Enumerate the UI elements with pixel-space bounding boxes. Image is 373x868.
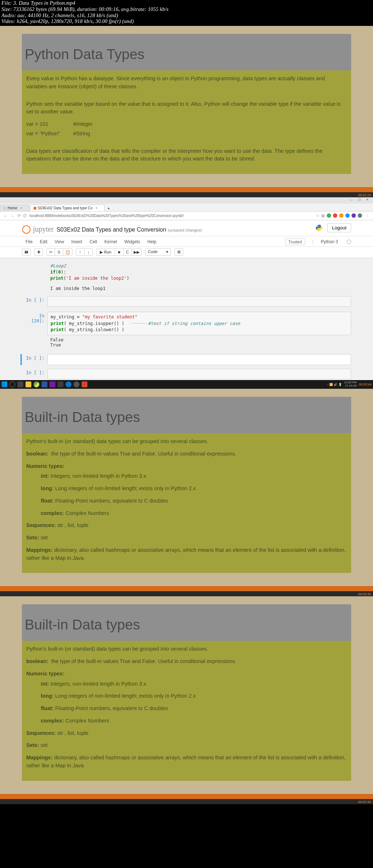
address-bar: ← → ⟳ ⓘ localhost:8888/notebooks/S03Ex02… xyxy=(0,212,373,220)
code-cell[interactable] xyxy=(47,369,351,379)
slide-header: Python Data Types xyxy=(22,34,351,70)
menu-insert[interactable]: Insert xyxy=(68,238,86,246)
bullet: boolean: the type of the built-in values… xyxy=(26,658,347,666)
extension-icon[interactable] xyxy=(345,213,350,218)
clock[interactable]: 12:05 PM 17-10-20 xyxy=(344,381,357,388)
info-icon[interactable]: ⓘ xyxy=(23,213,27,218)
trusted-badge[interactable]: Trusted xyxy=(285,239,305,245)
menu-help[interactable]: Help xyxy=(144,238,160,246)
sub-bullet: complex: Complex Numbers xyxy=(26,717,347,725)
copy-button[interactable]: ⎘ xyxy=(55,248,63,256)
cmd-icon[interactable] xyxy=(58,381,63,387)
jupyter-header: ◯ jupyter S03Ex02 Data Types and type Co… xyxy=(0,220,373,236)
command-palette-button[interactable]: ⌘ xyxy=(174,248,183,256)
menu-edit[interactable]: Edit xyxy=(36,238,51,246)
menu-widgets[interactable]: Widgets xyxy=(121,238,144,246)
chrome-icon[interactable] xyxy=(34,381,39,387)
bullet: boolean: the type of the built-in values… xyxy=(26,450,347,458)
slide-body: Python's built-in (or standard) data typ… xyxy=(22,641,351,780)
extension-icon[interactable] xyxy=(327,213,331,218)
teams-icon[interactable] xyxy=(66,381,71,387)
file-size-line: Size: 73336162 bytes (69.94 MiB), durati… xyxy=(1,7,372,13)
sub-bullet: complex: Complex Numbers xyxy=(26,509,347,518)
target-icon[interactable]: ◎ xyxy=(321,213,325,218)
jupyter-logo[interactable]: ◯ jupyter xyxy=(22,224,54,234)
save-button[interactable]: 🖬 xyxy=(22,248,31,256)
nav-forward-icon[interactable]: → xyxy=(11,214,15,218)
slide-builtin-types-1: Built-in Data types Python's built-in (o… xyxy=(0,389,373,586)
code-cell-selected[interactable] xyxy=(47,354,351,365)
timestamp: 00:01:19 xyxy=(358,193,371,197)
browser-tab-notebook[interactable]: S03Ex02 Data Types and type Co × xyxy=(30,205,105,211)
powerpoint-icon[interactable] xyxy=(82,381,87,387)
code-cell[interactable]: my_string = "my favorite student" print(… xyxy=(47,312,351,335)
slide-body: Every value in Python has a datatype. Si… xyxy=(22,70,351,174)
logout-button[interactable]: Logout xyxy=(327,223,351,232)
cell-type-select[interactable]: Code▾ xyxy=(145,248,171,256)
notebook-body: #Loop2 if(0): print('I am inside the loo… xyxy=(0,258,373,380)
nav-reload-icon[interactable]: ⟳ xyxy=(17,213,21,218)
bullet: Mappings: dictionary, also called hashma… xyxy=(26,754,347,770)
file-video-line: Video: h264, yuv420p, 1280x720, 918 kb/s… xyxy=(1,19,372,25)
slide-paragraph: Every value in Python has a datatype. Si… xyxy=(26,75,347,91)
cut-button[interactable]: ✂ xyxy=(46,248,55,256)
cell-prompt: In [ ]: xyxy=(22,354,47,365)
slide-paragraph: Data types are classification of data th… xyxy=(26,147,347,163)
cell-prompt xyxy=(22,284,47,292)
kernel-name[interactable]: Python 3 xyxy=(321,239,338,244)
rerun-button[interactable]: ▶▶ xyxy=(131,248,142,256)
nav-back-icon[interactable]: ← xyxy=(4,214,8,218)
start-icon[interactable] xyxy=(1,381,7,387)
extension-icon[interactable] xyxy=(333,213,337,218)
menu-view[interactable]: View xyxy=(51,238,68,246)
star-icon[interactable]: ☆ xyxy=(316,213,319,218)
close-icon[interactable]: × xyxy=(20,206,23,210)
bullet: Sequences: str , list, tuple xyxy=(26,522,347,530)
sub-bullet: float: Floating-Point numbers, equivalen… xyxy=(26,497,347,505)
menu-kernel[interactable]: Kernel xyxy=(101,238,121,246)
slide-paragraph: Python sets the variable type based on t… xyxy=(26,100,347,116)
slide-paragraph: Python's built-in (or standard) data typ… xyxy=(26,438,347,446)
new-tab-button[interactable]: + xyxy=(105,206,112,211)
extension-icon[interactable] xyxy=(358,213,362,218)
code-cell[interactable] xyxy=(47,296,351,307)
slide-title: Built-in Data types xyxy=(25,409,348,425)
file-info: File: 3. Data Types in Python.mp4 Size: … xyxy=(0,0,373,26)
menu-cell[interactable]: Cell xyxy=(86,238,101,246)
add-cell-button[interactable]: ✚ xyxy=(34,248,43,256)
notebook-title[interactable]: S03Ex02 Data Types and type Conversion (… xyxy=(56,226,202,233)
url-input[interactable]: localhost:8888/notebooks/S03Ex02%20Data%… xyxy=(27,213,316,218)
file-audio-line: Audio: aac, 44100 Hz, 2 channels, s16, 1… xyxy=(1,13,372,19)
app-icon[interactable] xyxy=(74,381,79,387)
save-status: (unsaved changes) xyxy=(168,228,202,232)
extension-icon[interactable] xyxy=(352,213,356,218)
move-down-button[interactable]: ↓ xyxy=(84,248,93,256)
paste-button[interactable]: 📋 xyxy=(63,248,72,256)
extension-icon[interactable] xyxy=(339,213,343,218)
cortana-icon[interactable] xyxy=(9,381,15,387)
stop-button[interactable]: ■ xyxy=(115,248,123,256)
restart-button[interactable]: C xyxy=(123,248,132,256)
onenote-icon[interactable] xyxy=(50,381,55,387)
cell-prompt: In [20]: xyxy=(22,312,47,335)
slide-title: Python Data Types xyxy=(25,46,348,62)
menu-file[interactable]: File xyxy=(22,238,36,246)
code-cell[interactable]: #Loop2 if(0): print('I am inside the loo… xyxy=(47,261,351,284)
bullet: Numeric types: xyxy=(26,462,347,470)
menu-icon[interactable]: ⋮ xyxy=(365,213,369,218)
word-icon[interactable] xyxy=(42,381,47,387)
kernel-indicator-icon xyxy=(347,240,351,244)
slide-paragraph: Python's built-in (or standard) data typ… xyxy=(26,645,347,653)
explorer-icon[interactable] xyxy=(25,381,31,387)
move-up-button[interactable]: ↑ xyxy=(76,248,85,256)
run-button[interactable]: ▶ Run xyxy=(96,248,115,256)
cell-prompt: In [ ]: xyxy=(22,296,47,307)
browser-tab-home[interactable]: Home × xyxy=(0,205,30,211)
file-name-line: File: 3. Data Types in Python.mp4 xyxy=(1,0,372,7)
taskview-icon[interactable] xyxy=(17,381,23,387)
close-icon[interactable]: × xyxy=(95,206,98,210)
thumbnail-statusbar: 00:07:39 xyxy=(0,799,373,804)
tray-icons[interactable]: ^ 📶 🔊 🔋 xyxy=(327,383,342,386)
window-controls[interactable]: — ▢ ✕ xyxy=(350,198,371,201)
bullet: Sets: set xyxy=(26,534,347,542)
